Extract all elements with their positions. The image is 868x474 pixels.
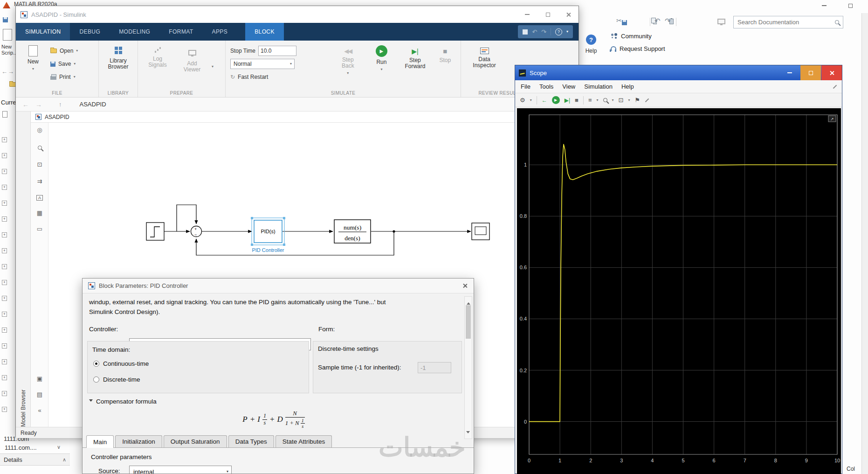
forward-arrow-icon[interactable]: → xyxy=(8,68,14,75)
pid-block-name[interactable]: PID Controller xyxy=(252,247,284,253)
annotation-pen-icon[interactable] xyxy=(833,84,837,88)
scroll-down-icon[interactable] xyxy=(466,431,470,435)
simulation-mode-select[interactable]: Normal ▾ xyxy=(230,59,295,69)
request-support-link[interactable]: Request Support xyxy=(611,45,665,52)
details-panel-header[interactable]: Details ∧ xyxy=(0,453,70,466)
folder-item-selected[interactable]: 1111.com.... xyxy=(5,444,37,451)
gallery-caret-icon[interactable]: ▾ xyxy=(212,65,214,69)
zoom-icon[interactable] xyxy=(603,98,607,102)
back-arrow-icon[interactable]: ← xyxy=(1,68,7,75)
tree-expander-icon[interactable]: + xyxy=(2,328,7,333)
menu-simulation[interactable]: Simulation xyxy=(584,83,613,90)
redo-icon[interactable]: ↷ xyxy=(665,17,671,25)
desktop-icon[interactable] xyxy=(717,19,725,24)
undo-icon[interactable]: ↶ xyxy=(654,17,661,25)
save-icon[interactable] xyxy=(523,29,528,35)
menu-file[interactable]: File xyxy=(521,83,530,90)
new-button[interactable]: New ▾ xyxy=(21,44,46,89)
dialog-scrollbar[interactable] xyxy=(464,296,472,439)
run-button[interactable]: ▶ Run ▾ xyxy=(367,44,396,89)
tree-expander-icon[interactable]: + xyxy=(2,169,7,174)
scope-minimize-button[interactable] xyxy=(779,65,800,80)
matlab-minimize-button[interactable] xyxy=(815,0,834,11)
tree-expander-icon[interactable]: + xyxy=(2,248,7,253)
zoom-icon[interactable] xyxy=(31,144,48,151)
tree-expander-icon[interactable]: + xyxy=(2,137,7,142)
tree-expander-icon[interactable]: + xyxy=(2,375,7,380)
breadcrumb-model-name[interactable]: ASADPID xyxy=(80,101,106,108)
image-icon[interactable]: ▦ xyxy=(31,209,48,216)
search-documentation-box[interactable] xyxy=(733,16,843,28)
scope-window[interactable]: Scope File Tools View Simulation Help ⚙ … xyxy=(515,65,842,474)
tab-main[interactable]: Main xyxy=(86,435,114,448)
pid-controller-block[interactable]: PID(s) PID Controller xyxy=(251,217,285,253)
expand-axes-icon[interactable]: ↗ xyxy=(828,116,836,122)
scope-plot[interactable]: 00.20.40.60.81012345678910↗ xyxy=(517,108,841,474)
screenshot-icon[interactable]: ▣ xyxy=(31,375,48,382)
span-icon[interactable]: ⊡ xyxy=(619,97,624,104)
viewmarks-icon[interactable]: ▤ xyxy=(31,391,48,398)
up-to-parent-icon[interactable]: ↑ xyxy=(59,101,62,108)
settings-gear-icon[interactable]: ⚙ xyxy=(520,97,525,104)
back-arrow-icon[interactable]: ← xyxy=(22,101,29,108)
tab-output-saturation[interactable]: Output Saturation xyxy=(164,435,227,447)
run-icon[interactable]: ▶ xyxy=(552,96,560,104)
open-button[interactable]: Open ▾ xyxy=(50,45,78,56)
add-viewer-button[interactable]: Add Viewer xyxy=(177,44,207,89)
area-icon[interactable]: ▭ xyxy=(31,225,48,232)
new-script-icon[interactable] xyxy=(3,29,12,41)
tab-state-attributes[interactable]: State Attributes xyxy=(276,435,332,447)
style-icon[interactable]: ≡ xyxy=(588,97,592,104)
chevron-down-icon[interactable]: ∨ xyxy=(57,444,61,450)
stop-time-input[interactable] xyxy=(258,46,296,56)
close-button[interactable] xyxy=(558,6,579,23)
stop-button[interactable]: ■ Stop xyxy=(434,44,456,89)
sum-block[interactable]: + − xyxy=(191,226,202,237)
tree-expander-icon[interactable]: + xyxy=(2,232,7,237)
caret-down-icon[interactable]: ▾ xyxy=(596,98,598,102)
scope-close-button[interactable] xyxy=(821,65,842,80)
step-back-icon[interactable]: ← xyxy=(542,97,547,104)
fast-restart-toggle[interactable]: ↻ Fast Restart xyxy=(230,71,329,83)
tab-block[interactable]: BLOCK xyxy=(245,23,284,41)
trigger-icon[interactable]: ⚑ xyxy=(634,97,640,104)
dialog-close-icon[interactable] xyxy=(462,283,468,289)
tab-initialization[interactable]: Initialization xyxy=(115,435,162,447)
forward-arrow-icon[interactable]: → xyxy=(35,101,42,108)
print-button[interactable]: Print ▾ xyxy=(50,71,78,83)
transfer-fcn-block[interactable]: num(s) den(s) xyxy=(334,220,371,243)
discrete-time-radio[interactable]: Discrete-time xyxy=(93,376,140,383)
help-button[interactable]: ? Help xyxy=(582,35,600,54)
browse-icon[interactable]: ◎ xyxy=(31,126,48,133)
scope-block[interactable] xyxy=(472,223,489,240)
sample-time-input[interactable] xyxy=(418,362,451,373)
search-icon[interactable] xyxy=(835,20,839,24)
save-button[interactable]: Save ▾ xyxy=(50,58,78,70)
library-browser-button[interactable]: Library Browser xyxy=(103,44,133,89)
tree-expander-icon[interactable]: + xyxy=(2,312,7,317)
data-inspector-button[interactable]: Data Inspector xyxy=(466,44,503,89)
menu-view[interactable]: View xyxy=(562,83,575,90)
file-tree[interactable]: ++++++++++++++++++ xyxy=(2,137,7,423)
step-block[interactable] xyxy=(146,223,164,240)
caret-down-icon[interactable]: ▾ xyxy=(628,98,630,102)
signal-wires[interactable] xyxy=(164,205,471,255)
tree-expander-icon[interactable]: + xyxy=(2,407,7,412)
fit-to-view-icon[interactable]: ⊡ xyxy=(31,161,48,168)
continuous-time-radio[interactable]: Continuous-time xyxy=(93,360,149,367)
tab-simulation[interactable]: SIMULATION xyxy=(16,23,70,41)
save-icon[interactable] xyxy=(622,20,627,25)
step-forward-icon[interactable]: ▶| xyxy=(565,97,570,104)
community-link[interactable]: Community xyxy=(611,33,665,40)
redo-icon[interactable]: ↷ xyxy=(541,28,546,35)
tree-expander-icon[interactable]: + xyxy=(2,216,7,222)
log-signals-button[interactable]: Log Signals xyxy=(143,44,172,89)
matlab-maximize-button[interactable] xyxy=(841,0,860,11)
tab-debug[interactable]: DEBUG xyxy=(70,23,110,41)
save-icon[interactable] xyxy=(3,17,8,22)
tree-expander-icon[interactable]: + xyxy=(2,153,7,158)
search-input[interactable] xyxy=(737,19,832,26)
dialog-titlebar[interactable]: Block Parameters: PID Controller xyxy=(83,279,474,293)
compensator-formula-header[interactable]: Compensator formula xyxy=(89,398,157,405)
canvas-tab-label[interactable]: ASADPID xyxy=(45,114,69,120)
